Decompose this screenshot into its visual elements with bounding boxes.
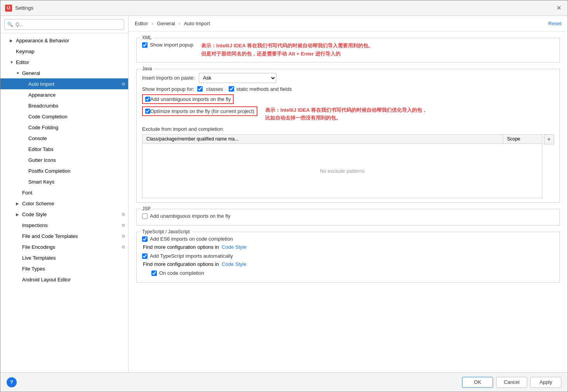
java-section: Java Insert imports on paste: Ask Show i… — [136, 69, 560, 203]
es6-imports-row: Add ES6 imports on code completion — [142, 236, 554, 242]
sidebar-item-breadcrumbs[interactable]: Breadcrumbs — [0, 100, 128, 111]
table-body: No exclude patterns — [142, 144, 542, 198]
add-exclude-button[interactable]: + — [544, 134, 554, 144]
sidebar-item-label: File Encodings — [22, 244, 55, 250]
settings-window: IJ Settings ✕ 🔍 ▶ Appearance & Behavior — [0, 0, 568, 392]
arrow-icon: ▶ — [10, 38, 16, 43]
optimize-imports-label: Optimize imports on the fly (for current… — [150, 108, 254, 114]
optimize-annotation: 表示：IntelliJ IDEA 将在我们书写代码的时候自动帮我们优化导入的包，… — [265, 106, 554, 123]
bottom-bar: ? OK Cancel Apply — [0, 372, 568, 392]
copy-icon: ⧉ — [122, 234, 125, 239]
add-unambiguous-checkbox[interactable] — [145, 97, 150, 102]
sidebar-item-appearance-behavior[interactable]: ▶ Appearance & Behavior — [0, 35, 128, 46]
copy-icon: ⧉ — [122, 212, 125, 217]
show-import-popup-for-label: Show import popup for: — [142, 86, 194, 92]
sidebar-item-label: Code Folding — [28, 125, 58, 130]
sidebar-tree: ▶ Appearance & Behavior Keymap ▼ Editor … — [0, 33, 128, 372]
arrow-icon: ▼ — [10, 60, 16, 64]
sidebar-item-file-types[interactable]: File Types — [0, 263, 128, 274]
reset-button[interactable]: Reset — [548, 21, 561, 26]
ok-button[interactable]: OK — [462, 377, 493, 388]
on-code-completion-checkbox[interactable] — [151, 271, 157, 276]
arrow-icon: ▶ — [16, 201, 22, 206]
ts-section: TypeScript / JavaScript Add ES6 imports … — [136, 232, 560, 283]
find-more-es6-text: Find more configuration options in — [143, 244, 219, 250]
classes-checkbox[interactable] — [197, 86, 203, 92]
sidebar-item-keymap[interactable]: Keymap — [0, 46, 128, 57]
ts-section-title: TypeScript / JavaScript — [141, 229, 191, 234]
sidebar-item-file-code-templates[interactable]: File and Code Templates ⧉ — [0, 231, 128, 241]
sidebar-item-label: Breadcrumbs — [28, 103, 58, 109]
xml-section-wrapper: XML Show import popup 表示：IntelliJ IDEA 将… — [136, 38, 560, 62]
sidebar-item-live-templates[interactable]: Live Templates — [0, 252, 128, 263]
on-code-completion-label: On code completion — [159, 270, 204, 276]
sidebar-item-gutter-icons[interactable]: Gutter Icons — [0, 154, 128, 165]
sidebar-item-inspections[interactable]: Inspections ⧉ — [0, 220, 128, 231]
ts-imports-checkbox[interactable] — [142, 253, 148, 259]
help-button[interactable]: ? — [7, 377, 17, 387]
sidebar-item-label: Auto Import — [28, 81, 54, 87]
search-input[interactable] — [4, 19, 124, 30]
find-more-es6-row: Find more configuration options in Code … — [143, 244, 554, 250]
sidebar-item-label: Inspections — [22, 222, 48, 228]
insert-imports-select[interactable]: Ask — [199, 73, 276, 83]
exclude-section: Exclude from import and completion: Clas… — [142, 126, 554, 198]
sidebar-item-code-style[interactable]: ▶ Code Style ⧉ — [0, 209, 128, 220]
table-wrapper: Class/package/member qualified name ma..… — [142, 134, 554, 198]
static-methods-checkbox[interactable] — [229, 86, 234, 92]
exclude-table: Class/package/member qualified name ma..… — [142, 134, 542, 198]
sidebar-item-appearance[interactable]: Appearance — [0, 89, 128, 100]
sidebar-item-smart-keys[interactable]: Smart Keys — [0, 176, 128, 187]
table-col2: Scope — [503, 135, 542, 143]
sidebar-item-editor-tabs[interactable]: Editor Tabs — [0, 144, 128, 154]
xml-section-title: XML — [141, 35, 153, 40]
sidebar-item-label: Code Completion — [28, 114, 67, 120]
es6-imports-label: Add ES6 imports on code completion — [150, 236, 233, 242]
optimize-imports-checkbox[interactable] — [145, 109, 150, 114]
title-bar: IJ Settings ✕ — [0, 0, 568, 16]
sidebar-item-console[interactable]: Console — [0, 133, 128, 144]
sidebar-item-font[interactable]: Font — [0, 187, 128, 198]
sidebar-item-file-encodings[interactable]: File Encodings ⧉ — [0, 241, 128, 252]
sidebar-item-postfix-completion[interactable]: Postfix Completion — [0, 165, 128, 176]
sidebar-item-label: Android Layout Editor — [22, 277, 71, 283]
java-section-title: Java — [141, 66, 153, 71]
sidebar-item-android-layout-editor[interactable]: Android Layout Editor — [0, 274, 128, 285]
ts-imports-label: Add TypeScript imports automatically — [150, 253, 233, 259]
sidebar-item-label: Keymap — [16, 49, 35, 54]
optimize-imports-box: Optimize imports on the fly (for current… — [142, 106, 257, 116]
sidebar-item-code-folding[interactable]: Code Folding — [0, 122, 128, 133]
close-button[interactable]: ✕ — [554, 4, 563, 12]
jsp-unambiguous-checkbox[interactable] — [142, 213, 148, 219]
sidebar-item-label: File Types — [22, 266, 45, 272]
sidebar-item-label: General — [22, 70, 40, 76]
title-bar-left: IJ Settings — [5, 5, 33, 12]
apply-button[interactable]: Apply — [530, 377, 561, 388]
add-unambiguous-highlighted: Add unambiguous imports on the fly — [142, 94, 554, 104]
copy-icon: ⧉ — [122, 82, 125, 87]
es6-imports-checkbox[interactable] — [142, 236, 148, 242]
sidebar-item-label: Smart Keys — [28, 179, 54, 185]
show-import-popup-for-row: Show import popup for: classes static me… — [142, 86, 554, 92]
sidebar-item-color-scheme[interactable]: ▶ Color Scheme — [0, 198, 128, 209]
show-import-popup-label: Show import popup — [150, 42, 193, 48]
add-unambiguous-box: Add unambiguous imports on the fly — [142, 94, 234, 104]
code-style-link1[interactable]: Code Style — [222, 244, 247, 250]
sidebar-item-general[interactable]: ▼ General — [0, 68, 128, 78]
code-style-link2[interactable]: Code Style — [222, 261, 247, 267]
find-more-ts-text: Find more configuration options in — [143, 261, 219, 267]
jsp-unambiguous-label: Add unambiguous imports on the fly — [150, 213, 230, 219]
sidebar-item-auto-import[interactable]: Auto Import ⧉ — [0, 78, 128, 89]
cancel-button[interactable]: Cancel — [496, 377, 527, 388]
sidebar-item-label: Code Style — [22, 212, 47, 217]
ts-imports-row: Add TypeScript imports automatically — [142, 253, 554, 259]
show-import-popup-checkbox[interactable] — [142, 42, 148, 48]
xml-annotation: 表示：IntelliJ IDEA 将在我们书写代码的时候自动帮我们导入需要用到的… — [201, 42, 554, 58]
sidebar-item-label: Color Scheme — [22, 201, 54, 206]
jsp-section: JSP Add unambiguous imports on the fly — [136, 209, 560, 225]
sidebar-item-code-completion[interactable]: Code Completion — [0, 111, 128, 122]
find-more-ts-row: Find more configuration options in Code … — [143, 261, 554, 267]
main-content: 🔍 ▶ Appearance & Behavior Keymap ▼ — [0, 16, 568, 372]
sidebar-item-editor[interactable]: ▼ Editor — [0, 57, 128, 68]
jsp-unambiguous-row: Add unambiguous imports on the fly — [142, 213, 554, 219]
